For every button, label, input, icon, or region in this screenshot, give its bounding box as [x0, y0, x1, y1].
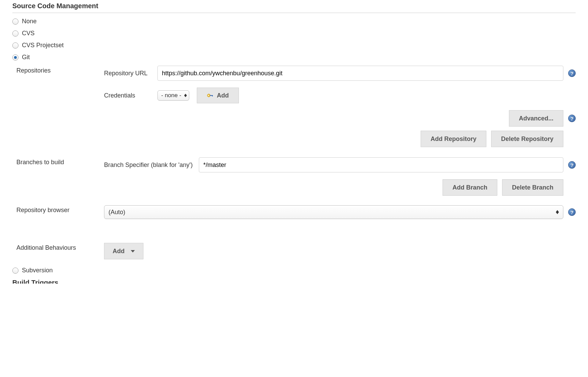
scm-option-cvs[interactable]: CVS — [12, 30, 576, 37]
radio-icon — [12, 268, 18, 274]
credentials-value: - none - — [161, 92, 181, 99]
svg-marker-1 — [184, 95, 187, 97]
add-repository-label: Add Repository — [431, 135, 476, 143]
add-branch-label: Add Branch — [452, 184, 487, 191]
radio-icon — [12, 18, 18, 25]
branches-label: Branches to build — [16, 157, 104, 166]
repositories-label: Repositories — [16, 66, 104, 74]
scm-option-label: None — [22, 18, 37, 25]
scm-option-cvs-projectset[interactable]: CVS Projectset — [12, 42, 576, 49]
repo-url-input[interactable] — [157, 66, 563, 81]
key-icon — [207, 92, 214, 99]
help-icon[interactable]: ? — [568, 161, 576, 169]
chevron-updown-icon — [556, 210, 559, 214]
chevron-down-icon — [131, 250, 135, 252]
repo-browser-label: Repository browser — [16, 205, 104, 214]
section-title: Source Code Management — [12, 0, 576, 13]
repo-browser-select[interactable]: (Auto) — [104, 205, 563, 219]
scm-option-git[interactable]: Git — [12, 54, 576, 61]
additional-behaviours-add-button[interactable]: Add — [104, 243, 143, 259]
scm-option-label: Git — [22, 54, 30, 61]
svg-marker-7 — [556, 212, 559, 214]
advanced-button[interactable]: Advanced... — [509, 110, 563, 127]
chevron-updown-icon — [184, 94, 187, 97]
scm-option-subversion[interactable]: Subversion — [12, 267, 576, 274]
delete-repository-button[interactable]: Delete Repository — [491, 131, 563, 147]
branch-specifier-label: Branch Specifier (blank for 'any') — [104, 161, 199, 169]
radio-icon — [12, 54, 18, 61]
help-icon[interactable]: ? — [568, 115, 576, 122]
next-section-title-partial: Build Triggers — [12, 279, 576, 284]
repo-browser-value: (Auto) — [108, 209, 125, 216]
delete-branch-button[interactable]: Delete Branch — [502, 179, 563, 196]
scm-option-label: Subversion — [22, 267, 53, 274]
svg-point-3 — [208, 95, 209, 96]
delete-branch-label: Delete Branch — [512, 184, 553, 191]
scm-option-label: CVS — [22, 30, 35, 37]
advanced-label: Advanced... — [519, 115, 553, 122]
additional-behaviours-label: Additional Behaviours — [16, 243, 104, 251]
scm-option-none[interactable]: None — [12, 18, 576, 25]
radio-icon — [12, 30, 18, 37]
help-icon[interactable]: ? — [568, 69, 576, 77]
add-credentials-button[interactable]: Add — [197, 88, 239, 103]
branch-specifier-input[interactable] — [199, 157, 563, 172]
help-icon[interactable]: ? — [568, 208, 576, 216]
delete-repository-label: Delete Repository — [501, 135, 553, 143]
radio-icon — [12, 42, 18, 49]
credentials-label: Credentials — [104, 92, 157, 99]
repo-url-label: Repository URL — [104, 70, 157, 77]
svg-rect-5 — [212, 95, 213, 96]
scm-option-label: CVS Projectset — [22, 42, 64, 49]
add-repository-button[interactable]: Add Repository — [421, 131, 486, 147]
add-branch-button[interactable]: Add Branch — [443, 179, 497, 196]
add-credentials-label: Add — [217, 92, 229, 99]
additional-add-label: Add — [113, 248, 125, 255]
credentials-select[interactable]: - none - — [157, 90, 189, 101]
